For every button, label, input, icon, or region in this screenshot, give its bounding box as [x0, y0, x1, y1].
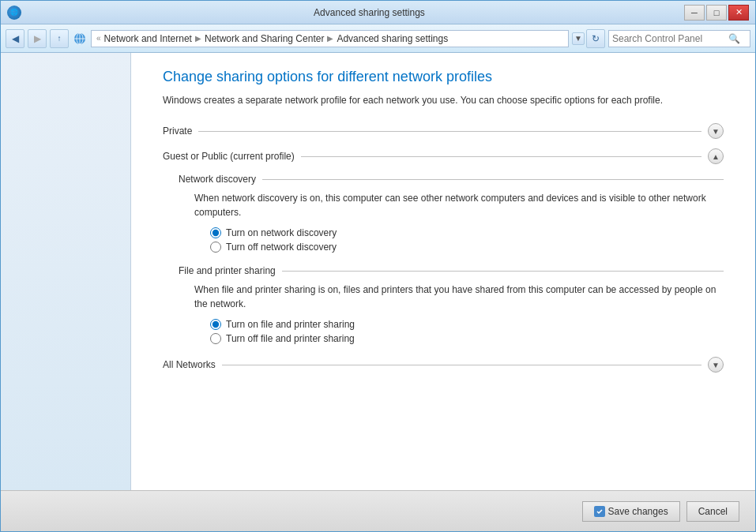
guest-public-divider	[301, 156, 701, 157]
network-discovery-subsection: Network discovery When network discovery…	[179, 174, 724, 253]
file-printer-on-radio[interactable]	[210, 319, 221, 330]
location-icon	[72, 31, 88, 47]
path-sep-1: ▶	[195, 34, 201, 43]
search-box[interactable]: 🔍	[608, 30, 750, 47]
guest-public-section-header[interactable]: Guest or Public (current profile) ▲	[163, 148, 724, 164]
window-title: Advanced sharing settings	[55, 7, 684, 18]
file-printer-off-radio[interactable]	[210, 333, 221, 344]
all-networks-section: All Networks ▼	[163, 357, 724, 373]
network-discovery-line	[262, 179, 724, 180]
private-toggle[interactable]: ▼	[708, 123, 724, 139]
network-discovery-desc: When network discovery is on, this compu…	[194, 191, 724, 219]
window-controls: ─ □ ✕	[684, 5, 749, 21]
address-bar: ◀ ▶ ↑ « Network and Internet ▶ Network a…	[1, 24, 755, 53]
save-label: Save changes	[608, 506, 668, 517]
title-bar: 🌐 Advanced sharing settings ─ □ ✕	[1, 1, 755, 24]
network-discovery-on-option: Turn on network discovery	[210, 227, 724, 238]
network-discovery-off-label[interactable]: Turn off network discovery	[226, 242, 337, 253]
left-nav	[1, 53, 131, 490]
bottom-bar: Save changes Cancel	[1, 490, 755, 531]
all-networks-toggle[interactable]: ▼	[708, 357, 724, 373]
save-changes-button[interactable]: Save changes	[582, 501, 680, 522]
all-networks-section-header[interactable]: All Networks ▼	[163, 357, 724, 373]
guest-public-toggle[interactable]: ▲	[708, 148, 724, 164]
up-button[interactable]: ↑	[50, 29, 69, 48]
search-input[interactable]	[612, 33, 727, 44]
page-title: Change sharing options for different net…	[163, 69, 724, 85]
file-printer-header: File and printer sharing	[179, 265, 724, 276]
network-discovery-label: Network discovery	[179, 174, 256, 185]
file-printer-off-label[interactable]: Turn off file and printer sharing	[226, 333, 355, 344]
path-sep-2: ▶	[327, 34, 333, 43]
page-description: Windows creates a separate network profi…	[163, 93, 724, 107]
back-button[interactable]: ◀	[6, 29, 24, 48]
breadcrumb-network-internet[interactable]: Network and Internet	[104, 33, 192, 44]
search-icon[interactable]: 🔍	[727, 32, 741, 46]
network-discovery-on-radio[interactable]	[210, 227, 221, 238]
network-discovery-on-label[interactable]: Turn on network discovery	[226, 227, 337, 238]
file-printer-off-option: Turn off file and printer sharing	[210, 333, 724, 344]
all-networks-divider	[222, 365, 701, 365]
minimize-button[interactable]: ─	[684, 5, 705, 21]
maximize-button[interactable]: □	[706, 5, 727, 21]
save-icon	[594, 506, 605, 517]
private-divider	[198, 131, 701, 132]
private-label: Private	[163, 126, 192, 137]
file-printer-on-option: Turn on file and printer sharing	[210, 319, 724, 330]
close-button[interactable]: ✕	[728, 5, 749, 21]
forward-button[interactable]: ▶	[28, 29, 47, 48]
file-printer-line	[282, 271, 724, 272]
private-section-header[interactable]: Private ▼	[163, 123, 724, 139]
network-discovery-off-option: Turn off network discovery	[210, 242, 724, 253]
cancel-label: Cancel	[698, 506, 728, 517]
all-networks-label: All Networks	[163, 359, 216, 370]
private-section: Private ▼	[163, 123, 724, 139]
main-window: 🌐 Advanced sharing settings ─ □ ✕ ◀ ▶ ↑ …	[0, 0, 756, 532]
file-printer-desc: When file and printer sharing is on, fil…	[194, 283, 724, 311]
guest-public-section: Guest or Public (current profile) ▲ Netw…	[163, 148, 724, 344]
guest-public-label: Guest or Public (current profile)	[163, 151, 295, 162]
file-printer-subsection: File and printer sharing When file and p…	[179, 265, 724, 344]
breadcrumb-current: Advanced sharing settings	[337, 33, 448, 44]
file-printer-on-label[interactable]: Turn on file and printer sharing	[226, 319, 355, 330]
content-panel: Change sharing options for different net…	[131, 53, 755, 490]
app-icon: 🌐	[7, 6, 21, 20]
cancel-button[interactable]: Cancel	[686, 501, 739, 522]
dropdown-arrow-button[interactable]: ▼	[572, 32, 585, 45]
breadcrumb-network-sharing[interactable]: Network and Sharing Center	[205, 33, 324, 44]
address-path[interactable]: « Network and Internet ▶ Network and Sha…	[91, 30, 569, 47]
file-printer-label: File and printer sharing	[179, 265, 276, 276]
network-discovery-header: Network discovery	[179, 174, 724, 185]
breadcrumb-separator-0: «	[96, 34, 101, 43]
network-discovery-off-radio[interactable]	[210, 242, 221, 253]
main-content: Change sharing options for different net…	[1, 53, 755, 490]
refresh-button[interactable]: ↻	[586, 29, 605, 48]
